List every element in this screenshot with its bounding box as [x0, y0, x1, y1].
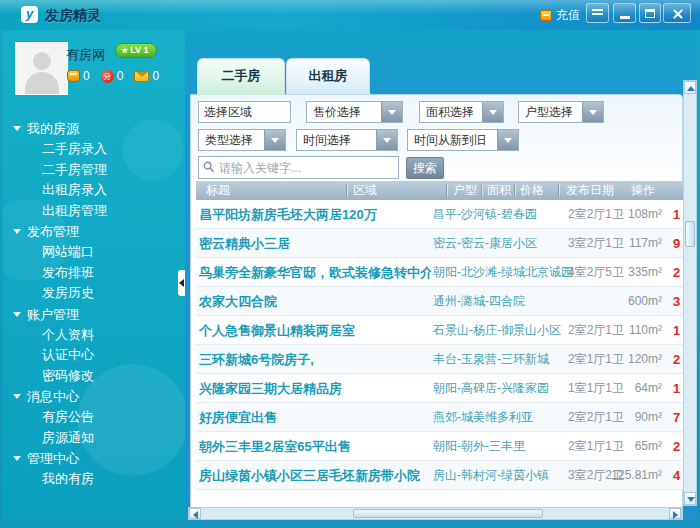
type-filter-select[interactable]: 类型选择: [198, 129, 286, 151]
listing-price-partial: 9: [673, 229, 680, 258]
header-region: 区域: [353, 181, 377, 200]
table-row[interactable]: 鸟巢旁全新豪华官邸，欧式装修急转中介勿扰 朝阳-北沙滩-绿城北京诚园 4室2厅5…: [196, 258, 683, 287]
table-row[interactable]: 好房便宜出售 燕郊-城美维多利亚 2室2厅1卫 90m² 7: [196, 403, 683, 432]
sidebar-item-announcements[interactable]: 有房公告: [3, 407, 185, 428]
profile-stats: 0 分 0 0: [67, 68, 182, 84]
header-separator: [481, 184, 482, 197]
keyword-input[interactable]: [198, 156, 399, 179]
sidebar-item-rental-entry[interactable]: 出租房录入: [3, 180, 185, 201]
avatar-head: [33, 52, 51, 70]
sidebar-item-site-ports[interactable]: 网站端口: [3, 242, 185, 263]
vertical-scrollbar-thumb[interactable]: [685, 221, 695, 247]
mail-stat[interactable]: 0: [134, 69, 159, 83]
scroll-up-button[interactable]: [684, 81, 696, 94]
menu-icon: [592, 9, 603, 11]
chevron-down-icon: [13, 229, 21, 234]
area-filter-select[interactable]: 面积选择: [419, 101, 504, 123]
price-filter-select[interactable]: 售价选择: [306, 101, 403, 123]
sidebar-section-admin[interactable]: 管理中心: [3, 448, 185, 469]
titlebar: y 发房精灵 充值: [0, 0, 700, 30]
listing-title-link[interactable]: 好房便宜出售: [199, 403, 277, 432]
chevron-down-icon: [264, 130, 285, 150]
table-row[interactable]: 房山绿茵小镇小区三居毛坯新房带小院 房山-韩村河-绿茵小镇 3室2厅2卫 125…: [196, 461, 683, 490]
recharge-button[interactable]: 充值: [540, 6, 580, 24]
listing-price-partial: 4: [673, 461, 680, 490]
table-row[interactable]: 密云精典小三居 密云-密云-康居小区 3室2厅1卫 117m² 9: [196, 229, 683, 258]
sidebar-item-publish-schedule[interactable]: 发布排班: [3, 263, 185, 284]
sidebar-section-my-listings[interactable]: 我的房源: [3, 118, 185, 139]
search-button[interactable]: 搜索: [406, 157, 444, 179]
close-button[interactable]: [663, 3, 691, 23]
listing-price-partial: 2: [673, 432, 680, 461]
chevron-down-icon: [582, 102, 603, 122]
price-filter-label: 售价选择: [307, 102, 381, 122]
sidebar-item-publish-history[interactable]: 发房历史: [3, 283, 185, 304]
listing-title-link[interactable]: 昌平阳坊新房毛坯大两居120万: [199, 200, 377, 229]
table-row[interactable]: 农家大四合院 通州-潞城-四合院 600m² 3: [196, 287, 683, 316]
table-row[interactable]: 兴隆家园三期大居精品房 朝阳-高碑店-兴隆家园 1室1厅1卫 64m² 1: [196, 374, 683, 403]
minimize-button[interactable]: [613, 3, 636, 23]
sidebar-section-messages[interactable]: 消息中心: [3, 386, 185, 407]
listing-title-link[interactable]: 个人急售御景山精装两居室: [199, 316, 355, 345]
tab-secondhand[interactable]: 二手房: [197, 58, 285, 95]
listing-region: 石景山-杨庄-御景山小区: [433, 316, 561, 345]
sidebar-section-publish[interactable]: 发布管理: [3, 221, 185, 242]
layout-filter-select[interactable]: 户型选择: [518, 101, 604, 123]
window-menu-button[interactable]: [586, 3, 609, 23]
mail-icon: [134, 71, 149, 82]
sort-filter-select[interactable]: 时间从新到旧: [407, 129, 519, 151]
listing-title-link[interactable]: 三环新城6号院房子,: [199, 345, 314, 374]
header-action: 操作: [631, 181, 655, 200]
time-filter-select[interactable]: 时间选择: [296, 129, 398, 151]
table-row[interactable]: 朝外三丰里2居室65平出售 朝阳-朝外-三丰里 2室1厅1卫 65m² 2: [196, 432, 683, 461]
sidebar-item-verify-center[interactable]: 认证中心: [3, 345, 185, 366]
keyword-search: [198, 156, 399, 179]
listing-title-link[interactable]: 农家大四合院: [199, 287, 277, 316]
sidebar-item-change-password[interactable]: 密码修改: [3, 366, 185, 387]
chevron-down-icon: [376, 130, 397, 150]
area-filter-label: 面积选择: [420, 102, 482, 122]
listing-area: 335m²: [610, 258, 662, 287]
listing-title-link[interactable]: 朝外三丰里2居室65平出售: [199, 432, 351, 461]
table-row[interactable]: 三环新城6号院房子, 丰台-玉泉营-三环新城 2室1厅1卫 120m² 2: [196, 345, 683, 374]
minimize-icon: [620, 16, 630, 19]
listing-title-link[interactable]: 房山绿茵小镇小区三居毛坯新房带小院: [199, 461, 420, 490]
listing-title-link[interactable]: 鸟巢旁全新豪华官邸，欧式装修急转中介勿扰: [199, 258, 431, 287]
listing-title-link[interactable]: 密云精典小三居: [199, 229, 290, 258]
avatar[interactable]: [15, 42, 68, 95]
arrow-down-icon: [687, 497, 695, 502]
vertical-scrollbar[interactable]: [683, 80, 697, 506]
listing-region: 房山-韩村河-绿茵小镇: [433, 461, 549, 490]
scroll-down-button[interactable]: [684, 492, 696, 505]
header-price: 价格: [520, 181, 544, 200]
sidebar-collapse-handle[interactable]: [178, 270, 185, 296]
tab-rental[interactable]: 出租房: [286, 58, 370, 94]
scroll-left-button[interactable]: [189, 508, 201, 519]
sidebar-item-secondhand-entry[interactable]: 二手房录入: [3, 139, 185, 160]
horizontal-scrollbar[interactable]: [188, 507, 682, 520]
maximize-icon: [645, 9, 655, 18]
sidebar-item-profile[interactable]: 个人资料: [3, 325, 185, 346]
sidebar-item-secondhand-manage[interactable]: 二手房管理: [3, 160, 185, 181]
chevron-down-icon: [381, 102, 402, 122]
scroll-right-button[interactable]: [669, 508, 681, 519]
horizontal-scrollbar-thumb[interactable]: [353, 509, 543, 518]
gold-stat[interactable]: 0: [67, 69, 90, 83]
chevron-down-icon: [13, 312, 21, 317]
region-filter-input[interactable]: [198, 101, 291, 123]
header-separator: [514, 184, 515, 197]
points-stat[interactable]: 分 0: [101, 69, 124, 83]
maximize-button[interactable]: [639, 3, 661, 23]
avatar-body: [25, 72, 59, 94]
listing-price-partial: 1: [673, 200, 680, 229]
sidebar-item-listing-notices[interactable]: 房源通知: [3, 428, 185, 449]
chevron-down-icon: [497, 130, 518, 150]
header-separator: [558, 184, 559, 197]
sidebar-section-account[interactable]: 账户管理: [3, 304, 185, 325]
listing-title-link[interactable]: 兴隆家园三期大居精品房: [199, 374, 342, 403]
sidebar-item-rental-manage[interactable]: 出租房管理: [3, 201, 185, 222]
listing-area: 108m²: [610, 200, 662, 229]
sidebar-item-my-youfang[interactable]: 我的有房: [3, 469, 185, 490]
table-row[interactable]: 昌平阳坊新房毛坯大两居120万 昌平-沙河镇-碧春园 2室2厅1卫 108m² …: [196, 200, 683, 229]
table-row[interactable]: 个人急售御景山精装两居室 石景山-杨庄-御景山小区 2室2厅1卫 110m² 1: [196, 316, 683, 345]
